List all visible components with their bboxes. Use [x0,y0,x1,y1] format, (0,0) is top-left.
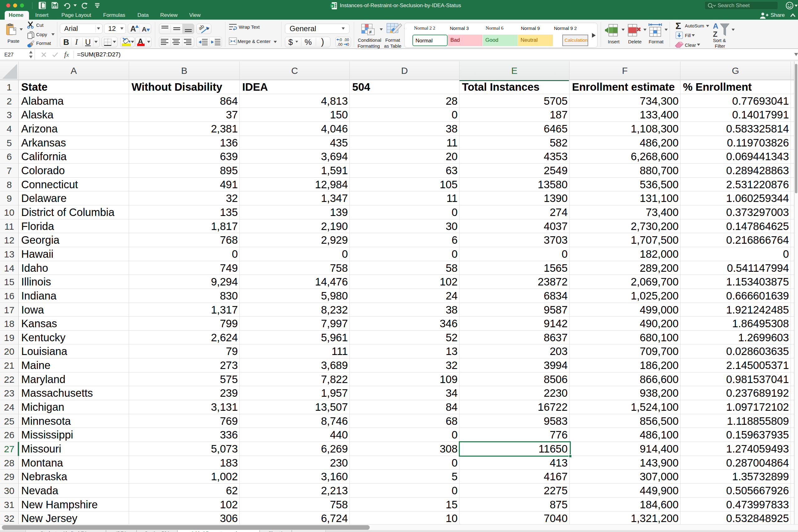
svg-text:Z: Z [713,30,718,38]
svg-text:.00: .00 [344,38,349,42]
svg-text:.00: .00 [337,42,343,46]
svg-text:≠: ≠ [369,29,372,35]
svg-text:A: A [713,22,718,30]
svg-text:x: x [331,4,333,8]
